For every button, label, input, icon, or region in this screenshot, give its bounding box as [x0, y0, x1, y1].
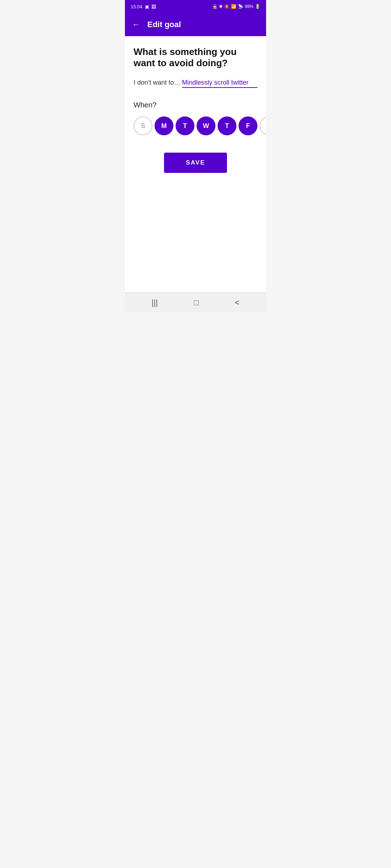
status-bar: 15:04 ▣ 🖼 🔒 ✱ 🔇 📶 📡 98% 🔋 [125, 0, 266, 13]
when-label: When? [134, 101, 257, 109]
battery-label: 98% [245, 4, 253, 9]
app-bar: ← Edit goal [125, 13, 266, 36]
day-circle-0[interactable]: S [134, 116, 152, 135]
day-circle-6[interactable]: S [260, 116, 266, 135]
status-right: 🔒 ✱ 🔇 📶 📡 98% 🔋 [212, 4, 260, 9]
home-icon[interactable]: □ [194, 298, 199, 307]
back-arrow-icon: ← [132, 20, 140, 29]
main-content: What is something you want to avoid doin… [125, 36, 266, 242]
bluetooth-icon: ✱ [219, 4, 223, 9]
save-button[interactable]: SAVE [164, 153, 227, 173]
back-button[interactable]: ← [131, 18, 142, 31]
day-circle-2[interactable]: T [176, 116, 194, 135]
save-button-wrapper: SAVE [134, 153, 257, 173]
mute-icon: 🔇 [224, 4, 230, 9]
app-bar-title: Edit goal [147, 20, 181, 29]
status-left: 15:04 ▣ 🖼 [131, 4, 156, 9]
goal-input[interactable] [182, 79, 257, 88]
days-row: SMTWTFS [134, 116, 257, 135]
time: 15:04 [131, 4, 143, 9]
signal-icon: 📡 [238, 4, 243, 9]
empty-space [125, 242, 266, 292]
question-heading: What is something you want to avoid doin… [134, 46, 257, 69]
day-circle-3[interactable]: W [197, 116, 215, 135]
back-nav-icon[interactable]: < [235, 298, 239, 307]
sim-icon: ▣ [145, 4, 149, 9]
day-circle-1[interactable]: M [155, 116, 173, 135]
battery-icon: 🔋 [255, 4, 260, 9]
day-circle-4[interactable]: T [218, 116, 236, 135]
recent-apps-icon[interactable]: ||| [152, 298, 158, 307]
wifi-icon: 📶 [231, 4, 236, 9]
bottom-nav: ||| □ < [125, 292, 266, 312]
prefix-label: I don't want to… [134, 79, 181, 86]
lock-icon: 🔒 [212, 4, 218, 9]
goal-input-row: I don't want to… [134, 79, 257, 88]
image-icon: 🖼 [151, 4, 156, 9]
day-circle-5[interactable]: F [239, 116, 257, 135]
